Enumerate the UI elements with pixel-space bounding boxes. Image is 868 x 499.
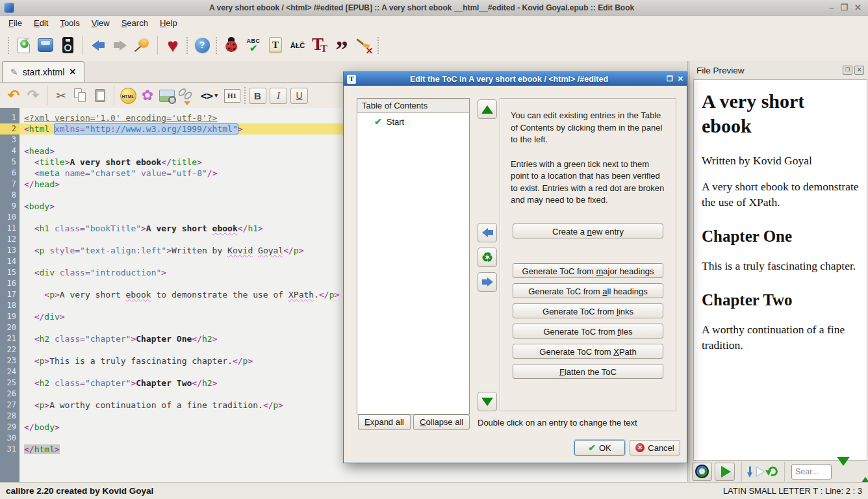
line-number: 10 [0,212,19,223]
underline-button[interactable]: U [290,88,308,104]
toolbar-handle[interactable] [244,86,247,105]
generate-toc-files-button[interactable]: Generate ToC from files [513,324,663,339]
line-number: 13 [0,245,19,256]
move-up-button[interactable] [478,99,497,119]
toolbar-handle[interactable] [186,36,189,55]
italic-button[interactable]: I [270,88,287,104]
spell-check-button[interactable]: ABC ✔ [242,33,264,58]
insert-html-button[interactable]: HTML [118,86,138,105]
undo-button[interactable]: ↶ [4,86,23,105]
underline-icon: U [296,90,302,101]
bold-button[interactable]: B [249,88,266,104]
redo-button[interactable]: ↷ [23,86,43,105]
move-left-button[interactable] [478,223,497,242]
jump-to-position-button[interactable] [748,465,765,479]
find-previous-button[interactable] [859,466,868,478]
refresh-preview-button[interactable] [768,467,778,476]
refresh-toc-button[interactable]: ♻ [478,248,497,267]
toc-entry-label: Start [387,117,404,127]
broom-icon: ✕ [355,37,373,54]
down-triangle-icon [481,398,493,406]
minimize-icon[interactable]: – [829,3,834,12]
move-down-button[interactable] [478,392,497,411]
help-button[interactable]: ? [191,33,213,58]
sync-position-button[interactable] [692,463,712,481]
collapse-all-button[interactable]: Collapse all [413,415,470,430]
tab-close-icon[interactable]: ✕ [69,67,76,77]
file-preview-panel: File Preview ❐ ✕ A very short ebook Writ… [690,61,868,482]
copy-button[interactable] [71,86,90,105]
dialog-titlebar[interactable]: T Edit the ToC in A very short ebook / <… [344,72,687,86]
flatten-toc-button[interactable]: Flatten the ToC [513,364,663,379]
generate-toc-all-headings-button[interactable]: Generate ToC from all headings [513,283,663,298]
float-panel-icon[interactable]: ❐ [843,66,852,75]
toc-tree[interactable]: Table of Contents ✔ Start [357,98,470,415]
menu-view[interactable]: View [86,17,116,29]
line-number: 31 [0,444,19,455]
line-number: 30 [0,433,19,444]
new-file-icon: + [18,38,30,53]
generate-toc-major-headings-button[interactable]: Generate ToC from major headings [513,263,663,278]
menu-edit[interactable]: Edit [28,17,54,29]
expand-all-button[interactable]: Expand all [358,415,411,430]
auto-reload-button[interactable] [715,463,735,481]
change-case-button[interactable]: ÅŁČ [287,33,309,58]
toc-help-panel: You can edit existing entries in the Tab… [500,98,676,411]
back-button[interactable] [87,33,109,58]
cut-button[interactable]: ✂ [51,86,71,105]
toolbar-handle[interactable] [215,36,218,55]
toc-entry-start[interactable]: ✔ Start [357,113,469,127]
toolbar-handle[interactable] [7,36,10,55]
cancel-button[interactable]: ✕ Cancel [630,440,680,455]
line-number: 11 [0,223,19,234]
maximize-icon[interactable]: ❐ [840,3,848,12]
beautify-button[interactable]: ✿ [138,86,157,105]
ok-button[interactable]: ✔ OK [574,440,625,455]
menu-help[interactable]: Help [154,17,183,29]
generate-toc-links-button[interactable]: Generate ToC from links [513,303,663,318]
preview-intro: A very short ebook to demonstrate the us… [702,179,859,210]
insert-image-button[interactable] [157,86,177,105]
insert-link-button[interactable] [177,86,196,105]
close-panel-icon[interactable]: ✕ [854,66,864,75]
preview-byline: Written by Kovid Goyal [702,153,859,168]
book-button[interactable] [57,33,79,58]
help-icon: ? [195,38,210,53]
menu-search[interactable]: Search [116,17,154,29]
sync-icon [695,465,709,478]
preview-header: File Preview ❐ ✕ [690,61,868,79]
tab-start-xhtml[interactable]: ✎ start.xhtml ✕ [2,61,84,82]
insert-tag-button[interactable]: <>▼ [196,86,222,105]
title-case-button[interactable]: TT [309,33,331,58]
forward-button[interactable] [109,33,131,58]
preview-search-input[interactable] [791,464,832,480]
paste-button[interactable] [90,86,110,105]
insert-character-button[interactable]: T [264,33,287,58]
pushpin-icon [134,37,151,54]
image-icon [159,90,175,102]
heading1-button[interactable]: H1 [222,86,242,105]
preview-content: A very short ebook Written by Kovid Goya… [693,79,867,461]
check-book-button[interactable] [220,33,242,58]
dialog-maximize-icon[interactable]: ❐ [667,75,673,83]
forward-arrow-icon [114,40,127,51]
find-next-button[interactable] [837,466,850,478]
create-new-entry-button[interactable]: Create a new entry [513,224,663,238]
new-file-button[interactable]: + [12,33,34,58]
generate-toc-xpath-button[interactable]: Generate ToC from XPath [513,344,663,359]
remove-unused-button[interactable]: ✕ [353,33,375,58]
close-icon[interactable]: ✕ [854,3,862,12]
dialog-close-icon[interactable]: ✕ [678,75,683,83]
toolbar-separator [157,36,158,55]
save-button[interactable] [34,33,57,58]
window-titlebar: A very short ebook / <html> /#edited [EP… [0,0,868,16]
donate-button[interactable]: ♥ [162,33,184,58]
bookmark-button[interactable] [131,33,153,58]
toolbar-handle[interactable] [377,36,380,55]
line-number: 23 [0,355,19,366]
menu-tools[interactable]: Tools [54,17,85,29]
move-right-button[interactable] [478,272,497,292]
menu-file[interactable]: File [3,17,28,29]
copy-icon [74,88,87,103]
smarten-punctuation-button[interactable]: ” [331,33,353,58]
